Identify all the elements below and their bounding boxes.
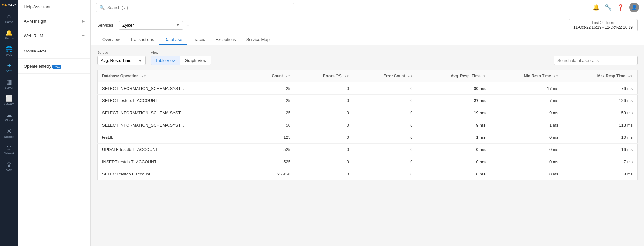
plus-icon: + (82, 33, 85, 39)
cell-min-resp: 17 ms (490, 82, 563, 95)
search-box[interactable]: 🔍 (96, 3, 294, 12)
sidebar-item-nutanix[interactable]: ✕ Nutanix (0, 125, 18, 142)
sidebar-label: Alarms (5, 37, 14, 40)
cell-operation[interactable]: SELECT testdb.t_account (98, 168, 249, 180)
table-row: UPDATE testdb.T_ACCOUNT 525 0 0 0 ms 0 m… (98, 144, 638, 156)
view-toggle: Table View Graph View (151, 56, 211, 65)
cell-errors-pct: 0 (295, 168, 354, 180)
table-view-button[interactable]: Table View (151, 56, 180, 65)
cell-error-count: 0 (354, 95, 417, 107)
table-search-input[interactable] (554, 56, 638, 65)
cell-errors-pct: 0 (295, 107, 354, 119)
cell-error-count: 0 (354, 107, 417, 119)
cell-max-resp: 113 ms (563, 119, 637, 131)
tab-database[interactable]: Database (159, 34, 187, 45)
dropdown-arrow-icon: ▼ (176, 23, 180, 27)
sort-by-label: Sort by : (97, 51, 146, 54)
cell-operation[interactable]: SELECT INFORMATION_SCHEMA.SYST... (98, 107, 249, 119)
services-label: Services : (97, 23, 116, 28)
col-header-min-resp: Min Resp Time ▲▼ (490, 70, 563, 82)
graph-view-button[interactable]: Graph View (180, 56, 211, 65)
apm-insight-label: APM Insight (24, 19, 46, 24)
tab-service-map[interactable]: Service Map (241, 34, 275, 45)
sidebar-item-apm[interactable]: ✦ APM (0, 60, 18, 76)
sidebar-item-apm-insight[interactable]: APM Insight ▶ (18, 14, 90, 28)
service-value: Zylker (122, 23, 134, 28)
sidebar-item-vmware[interactable]: ⬜ VMware (0, 92, 18, 109)
mobile-apm-label: Mobile APM (24, 49, 46, 53)
apm-icon: ✦ (7, 63, 12, 69)
sidebar-item-alarms[interactable]: 🔔 Alarms (0, 27, 18, 43)
database-table: Database Operation ▲▼ Count ▲▼ Errors (%… (97, 70, 638, 180)
cell-error-count: 0 (354, 144, 417, 156)
cell-count: 525 (249, 156, 295, 168)
table-row: SELECT INFORMATION_SCHEMA.SYST... 25 0 0… (98, 107, 638, 119)
cell-operation[interactable]: SELECT INFORMATION_SCHEMA.SYST... (98, 82, 249, 95)
sidebar-item-web-rum[interactable]: Web RUM + (18, 28, 90, 43)
hamburger-icon[interactable]: ≡ (186, 22, 189, 28)
cell-operation[interactable]: INSERT testdb.T_ACCOUNT (98, 156, 249, 168)
nutanix-icon: ✕ (7, 128, 12, 134)
sidebar-item-rum[interactable]: ◎ RUM (0, 158, 18, 175)
cell-operation[interactable]: SELECT testdb.T_ACCOUNT (98, 95, 249, 107)
cell-errors-pct: 0 (295, 95, 354, 107)
cell-max-resp: 16 ms (563, 144, 637, 156)
notification-icon[interactable]: 🔔 (592, 4, 600, 11)
cell-max-resp: 59 ms (563, 107, 637, 119)
service-dropdown[interactable]: Zylker ▼ (119, 21, 183, 30)
view-group: View Table View Graph View (151, 51, 211, 65)
cell-min-resp: 9 ms (490, 107, 563, 119)
sidebar-item-opentelemetry[interactable]: Opentelemetry PRO + (18, 59, 90, 74)
sort-icon: ▲▼ (344, 75, 349, 78)
sidebar-item-web[interactable]: 🌐 Web (0, 43, 18, 60)
sidebar-item-server[interactable]: ▦ Server (0, 76, 18, 92)
sidebar-item-help-assistant[interactable]: Help Assistant (18, 0, 90, 14)
sidebar-item-mobile-apm[interactable]: Mobile APM + (18, 43, 90, 59)
sort-select[interactable]: Avg. Resp. Time ▼ (97, 56, 146, 65)
date-range-picker[interactable]: Last 24 Hours 11-Oct-22 16:19 - 12-Oct-2… (569, 19, 638, 31)
cell-operation[interactable]: SELECT INFORMATION_SCHEMA.SYST... (98, 119, 249, 131)
alarms-icon: 🔔 (5, 30, 13, 36)
tab-overview[interactable]: Overview (97, 34, 125, 45)
sort-icon: ▲▼ (628, 75, 633, 78)
view-label: View (151, 51, 211, 54)
topbar-actions: 🔔 🔧 ❓ 👤 (592, 3, 639, 12)
search-input[interactable] (107, 5, 291, 10)
cell-count: 25.45K (249, 168, 295, 180)
sort-icon: ▲▼ (141, 75, 146, 78)
cell-operation[interactable]: UPDATE testdb.T_ACCOUNT (98, 144, 249, 156)
sort-icon: ▲▼ (285, 75, 290, 78)
sidebar-label: Nutanix (4, 135, 14, 138)
tab-traces[interactable]: Traces (187, 34, 210, 45)
help-icon[interactable]: ❓ (617, 4, 624, 11)
cell-avg-resp: 19 ms (417, 107, 490, 119)
plus-icon: + (82, 63, 85, 69)
cell-error-count: 0 (354, 156, 417, 168)
wrench-icon[interactable]: 🔧 (605, 4, 612, 11)
cell-operation[interactable]: testdb (98, 131, 249, 144)
search-icon: 🔍 (99, 5, 105, 10)
chevron-right-icon: ▶ (82, 19, 85, 23)
col-header-operation: Database Operation ▲▼ (98, 70, 249, 82)
sidebar-item-cloud[interactable]: ☁ Cloud (0, 109, 18, 125)
cell-avg-resp: 0 ms (417, 168, 490, 180)
opentelemetry-label: Opentelemetry PRO (24, 64, 61, 69)
cell-count: 25 (249, 107, 295, 119)
tab-exceptions[interactable]: Exceptions (210, 34, 241, 45)
avatar[interactable]: 👤 (629, 3, 639, 12)
sidebar-label: Web (6, 53, 12, 56)
cell-errors-pct: 0 (295, 156, 354, 168)
col-header-avg-resp: Avg. Resp. Time ▼ (417, 70, 490, 82)
sidebar-item-home[interactable]: ⌂ Home (0, 10, 18, 27)
cell-avg-resp: 0 ms (417, 156, 490, 168)
cell-errors-pct: 0 (295, 131, 354, 144)
tab-transactions[interactable]: Transactions (125, 34, 159, 45)
sidebar-label: Home (5, 20, 13, 24)
sidebar-item-network[interactable]: ⬡ Network (0, 142, 18, 158)
cell-avg-resp: 9 ms (417, 119, 490, 131)
web-icon: 🌐 (5, 46, 13, 52)
content-area: Sort by : Avg. Resp. Time ▼ View Table V… (91, 45, 644, 246)
sort-desc-icon: ▼ (483, 75, 486, 78)
cell-errors-pct: 0 (295, 144, 354, 156)
date-range-value: 11-Oct-22 16:19 - 12-Oct-22 16:19 (573, 25, 633, 30)
